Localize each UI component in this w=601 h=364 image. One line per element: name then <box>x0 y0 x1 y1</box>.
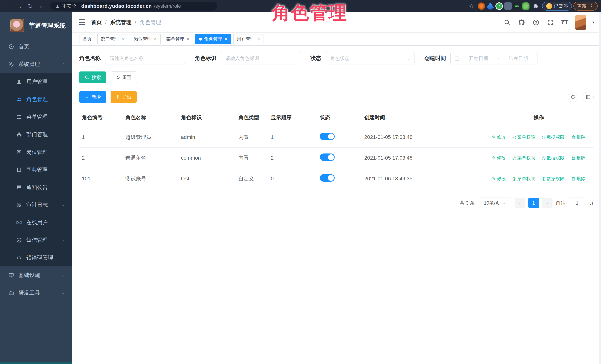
collapse-sidebar-icon[interactable]: ☰ <box>79 18 86 27</box>
column-settings-button[interactable] <box>583 92 594 102</box>
search-button[interactable]: 搜索 <box>79 71 106 83</box>
edit-link[interactable]: ✎修改 <box>492 134 506 140</box>
role-key-input[interactable] <box>221 52 300 64</box>
sidebar-item-audit-log[interactable]: 审计日志 ⌄ <box>0 196 72 214</box>
status-toggle-on[interactable] <box>320 174 335 182</box>
profile-paused-chip[interactable]: 已暂停 <box>542 2 572 10</box>
table-header-row: 角色编号 角色名称 角色标识 角色类型 显示顺序 状态 创建时间 操作 <box>79 108 594 127</box>
add-button[interactable]: ＋ 新增 <box>79 91 106 103</box>
sidebar-item-dev-tools[interactable]: 研发工具 ⌄ <box>0 284 72 302</box>
status-toggle-on[interactable] <box>320 133 335 140</box>
sidebar-item-departments[interactable]: 部门管理 <box>0 126 72 143</box>
close-tab-icon[interactable]: ✕ <box>121 37 124 41</box>
forward-icon[interactable]: → <box>14 1 24 11</box>
url-host: dashboard.yudao.iocoder.cn <box>81 3 152 9</box>
home-icon[interactable]: ⌂ <box>37 1 46 11</box>
menu-permission-link[interactable]: ◎菜单权限 <box>512 155 535 161</box>
refresh-table-button[interactable] <box>568 92 578 102</box>
extension-green-icon[interactable] <box>522 2 530 10</box>
sidebar-item-infrastructure[interactable]: 基础设施 ⌄ <box>0 266 72 284</box>
sidebar-item-announcements[interactable]: 通知公告 <box>0 178 72 196</box>
close-tab-icon[interactable]: ✕ <box>257 37 260 41</box>
sidebar-item-online-users[interactable]: [0x0] 在线用户 <box>0 214 72 231</box>
delete-link[interactable]: 🗑删除 <box>571 134 586 140</box>
tab-menus[interactable]: 菜单管理 ✕ <box>163 34 193 44</box>
sidebar-item-home[interactable]: 首页 <box>0 38 72 55</box>
tab-departments[interactable]: 部门管理 ✕ <box>97 34 128 44</box>
menu-permission-link[interactable]: ◎菜单权限 <box>512 176 535 182</box>
sidebar-item-menus[interactable]: 菜单管理 <box>0 108 72 126</box>
goto-unit-label: 页 <box>589 200 594 206</box>
paused-label: 已暂停 <box>554 3 568 9</box>
next-page-button[interactable]: › <box>542 198 552 208</box>
tab-users[interactable]: 用户管理 ✕ <box>233 34 264 44</box>
github-icon[interactable] <box>518 18 526 27</box>
sidebar-item-error-codes[interactable]: 错误码管理 <box>0 249 72 266</box>
data-permission-link[interactable]: ◎数据权限 <box>542 155 564 161</box>
extension-grid-icon[interactable] <box>504 2 512 10</box>
prev-page-button[interactable]: ‹ <box>515 198 525 208</box>
page-scrollbar[interactable] <box>599 12 601 364</box>
sidebar-item-sms[interactable]: 短信管理 ⌄ <box>0 231 72 249</box>
col-actions: 操作 <box>484 108 594 127</box>
tab-posts[interactable]: 岗位管理 ✕ <box>130 34 160 44</box>
user-avatar[interactable] <box>575 15 586 30</box>
close-tab-icon[interactable]: ✕ <box>153 37 157 41</box>
sidebar-item-users[interactable]: 用户管理 <box>0 73 72 90</box>
delete-link[interactable]: 🗑删除 <box>571 176 586 182</box>
page-size-select[interactable]: 10条/页 ⌄ <box>478 197 511 208</box>
update-label: 更新 <box>577 3 586 9</box>
reset-button[interactable]: ↻ 重置 <box>111 71 137 83</box>
address-bar[interactable]: ▲ 不安全 dashboard.yudao.iocoder.cn /system… <box>50 2 217 10</box>
data-permission-link[interactable]: ◎数据权限 <box>542 134 564 140</box>
delete-link[interactable]: 🗑删除 <box>571 155 586 161</box>
sidebar-item-system[interactable]: 系统管理 ⌃ <box>0 55 72 73</box>
goto-page-input[interactable] <box>569 197 585 208</box>
edit-link[interactable]: ✎修改 <box>492 155 506 161</box>
search-icon[interactable] <box>503 18 511 27</box>
monitor-icon <box>8 273 14 278</box>
export-button[interactable]: ⇩ 导出 <box>110 91 137 103</box>
back-icon[interactable]: ← <box>3 1 13 11</box>
extension-drop-icon[interactable] <box>487 2 494 10</box>
org-tree-icon <box>16 132 22 137</box>
sidebar-item-roles[interactable]: 角色管理 <box>0 90 72 108</box>
reload-icon[interactable]: ↻ <box>26 1 35 11</box>
chevron-down-icon: ⌄ <box>61 203 64 207</box>
circle-check-icon: ◎ <box>542 135 546 140</box>
current-page-button[interactable]: 1 <box>528 198 539 208</box>
fullscreen-icon[interactable] <box>546 18 554 27</box>
status-select[interactable]: 角色状态 ⌄ <box>326 52 414 64</box>
chrome-update-button[interactable]: 更新 ⋮ <box>573 2 598 10</box>
data-permission-link[interactable]: ◎数据权限 <box>542 176 564 182</box>
code-icon <box>16 255 22 260</box>
tab-roles[interactable]: 角色管理 ✕ <box>195 34 231 44</box>
close-tab-icon[interactable]: ✕ <box>224 37 227 41</box>
role-key-label: 角色标识 <box>195 55 216 62</box>
extensions-puzzle-icon[interactable] <box>531 1 541 11</box>
breadcrumb-home[interactable]: 首页 <box>91 19 102 26</box>
gear-icon <box>8 61 14 67</box>
help-icon[interactable] <box>532 18 540 27</box>
bookmark-star-icon[interactable]: ☆ <box>467 1 476 11</box>
status-select-placeholder: 角色状态 <box>330 55 350 62</box>
edit-link[interactable]: ✎修改 <box>492 176 506 182</box>
range-separator: - <box>498 56 499 61</box>
extension-orange-icon[interactable] <box>478 2 485 10</box>
app-logo[interactable]: 芋道管理系统 <box>0 12 72 38</box>
extension-seven-icon[interactable]: 7 <box>495 2 503 10</box>
sidebar-item-posts[interactable]: 岗位管理 <box>0 143 72 161</box>
role-name-input[interactable] <box>105 52 185 64</box>
close-tab-icon[interactable]: ✕ <box>186 37 190 41</box>
chevron-down-icon: ⌄ <box>61 273 64 278</box>
user-menu-caret-icon[interactable]: ▾ <box>592 20 594 25</box>
font-size-icon[interactable]: 𝑻T <box>561 18 569 27</box>
sidebar-item-dictionary[interactable]: 字典管理 <box>0 161 72 178</box>
menu-permission-link[interactable]: ◎菜单权限 <box>512 134 535 140</box>
browser-menu-kebab-icon[interactable]: ⋮ <box>589 3 594 9</box>
extension-on-icon[interactable]: on <box>513 2 521 10</box>
status-toggle-on[interactable] <box>320 154 335 161</box>
date-range-picker[interactable]: 开始日期 - 结束日期 <box>451 52 538 64</box>
breadcrumb-system[interactable]: 系统管理 <box>110 19 131 26</box>
tab-home[interactable]: 首页 <box>79 34 95 44</box>
